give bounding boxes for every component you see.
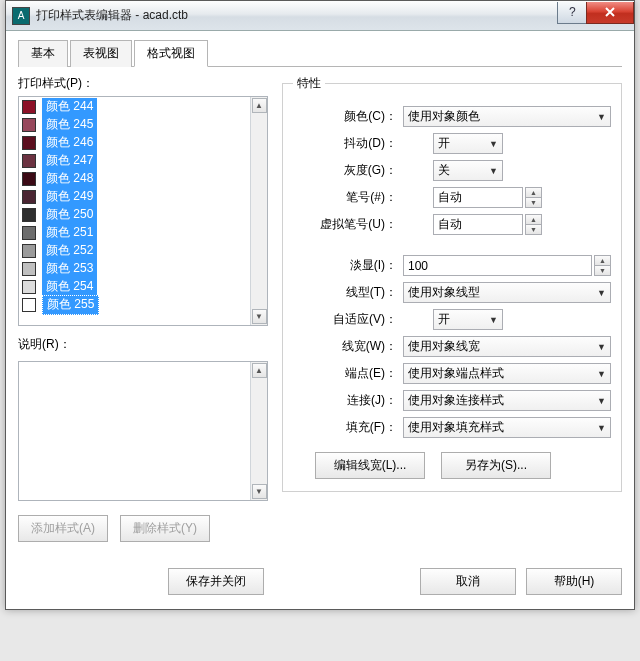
linetype-label: 线型(T)： [293,284,403,301]
color-swatch [22,118,36,132]
chevron-down-icon: ▼ [597,342,606,352]
screen-spinner[interactable]: ▲▼ [594,255,611,276]
desc-scrollbar[interactable]: ▲ ▼ [250,362,267,500]
list-item[interactable]: 颜色 254 [20,278,249,296]
list-item-label: 颜色 255 [42,295,99,315]
tab-form-view[interactable]: 格式视图 [134,40,208,67]
color-swatch [22,154,36,168]
lineweight-select[interactable]: 使用对象线宽▼ [403,336,611,357]
list-item-label: 颜色 253 [42,260,97,278]
properties-group: 特性 颜色(C)： 使用对象颜色 ▼ 抖动(D)： 开▼ [282,75,622,492]
scroll-down-icon[interactable]: ▼ [252,309,267,324]
adaptive-label: 自适应(V)： [293,311,403,328]
linetype-select[interactable]: 使用对象线型▼ [403,282,611,303]
chevron-down-icon: ▼ [597,423,606,433]
screen-input[interactable]: 100 [403,255,592,276]
fillstyle-select[interactable]: 使用对象填充样式▼ [403,417,611,438]
save-as-button[interactable]: 另存为(S)... [441,452,551,479]
list-item-label: 颜色 248 [42,170,97,188]
list-item[interactable]: 颜色 249 [20,188,249,206]
svg-text:?: ? [569,6,576,18]
list-item[interactable]: 颜色 253 [20,260,249,278]
color-swatch [22,298,36,312]
list-item[interactable]: 颜色 246 [20,134,249,152]
scroll-up-icon[interactable]: ▲ [252,363,267,378]
help-titlebar-button[interactable]: ? [557,2,587,24]
list-item[interactable]: 颜色 250 [20,206,249,224]
list-item[interactable]: 颜色 251 [20,224,249,242]
screen-label: 淡显(I)： [293,257,403,274]
fillstyle-label: 填充(F)： [293,419,403,436]
window-title: 打印样式表编辑器 - acad.ctb [36,7,558,24]
joinstyle-select[interactable]: 使用对象连接样式▼ [403,390,611,411]
color-swatch [22,100,36,114]
edit-lineweights-button[interactable]: 编辑线宽(L)... [315,452,425,479]
color-swatch [22,262,36,276]
color-swatch [22,190,36,204]
dither-select[interactable]: 开▼ [433,133,503,154]
grayscale-select[interactable]: 关▼ [433,160,503,181]
plot-styles-label: 打印样式(P)： [18,75,268,92]
pen-input[interactable]: 自动 [433,187,523,208]
plot-styles-list[interactable]: 颜色 244颜色 245颜色 246颜色 247颜色 248颜色 249颜色 2… [18,96,268,326]
close-button[interactable] [586,2,634,24]
color-label: 颜色(C)： [293,108,403,125]
list-item[interactable]: 颜色 247 [20,152,249,170]
cancel-button[interactable]: 取消 [420,568,516,595]
list-item[interactable]: 颜色 252 [20,242,249,260]
color-swatch [22,172,36,186]
adaptive-select[interactable]: 开▼ [433,309,503,330]
chevron-down-icon: ▼ [489,315,498,325]
help-button[interactable]: 帮助(H) [526,568,622,595]
vpen-input[interactable]: 自动 [433,214,523,235]
tab-table-view[interactable]: 表视图 [70,40,132,67]
color-swatch [22,136,36,150]
scroll-up-icon[interactable]: ▲ [252,98,267,113]
app-icon: A [12,7,30,25]
pen-spinner[interactable]: ▲▼ [525,187,542,208]
color-swatch [22,226,36,240]
list-item-label: 颜色 251 [42,224,97,242]
chevron-down-icon: ▼ [597,369,606,379]
description-label: 说明(R)： [18,336,268,353]
list-item-label: 颜色 254 [42,278,97,296]
scroll-down-icon[interactable]: ▼ [252,484,267,499]
chevron-down-icon: ▼ [489,139,498,149]
color-swatch [22,208,36,222]
chevron-down-icon: ▼ [597,288,606,298]
grayscale-label: 灰度(G)： [293,162,403,179]
dialog-window: A 打印样式表编辑器 - acad.ctb ? 基本 表视图 格式视图 打印样式… [5,0,635,610]
chevron-down-icon: ▼ [489,166,498,176]
list-item[interactable]: 颜色 255 [20,296,249,314]
list-item[interactable]: 颜色 245 [20,116,249,134]
joinstyle-label: 连接(J)： [293,392,403,409]
endstyle-select[interactable]: 使用对象端点样式▼ [403,363,611,384]
dialog-footer: 保存并关闭 取消 帮助(H) [6,556,634,609]
list-item-label: 颜色 247 [42,152,97,170]
list-item-label: 颜色 249 [42,188,97,206]
list-item-label: 颜色 245 [42,116,97,134]
list-item-label: 颜色 252 [42,242,97,260]
chevron-down-icon: ▼ [597,396,606,406]
chevron-down-icon: ▼ [597,112,606,122]
list-item-label: 颜色 244 [42,98,97,116]
color-swatch [22,244,36,258]
color-swatch [22,280,36,294]
list-item[interactable]: 颜色 244 [20,98,249,116]
tab-strip: 基本 表视图 格式视图 [18,39,622,67]
save-close-button[interactable]: 保存并关闭 [168,568,264,595]
color-select[interactable]: 使用对象颜色 ▼ [403,106,611,127]
list-scrollbar[interactable]: ▲ ▼ [250,97,267,325]
pen-label: 笔号(#)： [293,189,403,206]
description-textarea[interactable]: ▲ ▼ [18,361,268,501]
lineweight-label: 线宽(W)： [293,338,403,355]
title-bar[interactable]: A 打印样式表编辑器 - acad.ctb ? [6,1,634,31]
list-item[interactable]: 颜色 248 [20,170,249,188]
list-item-label: 颜色 246 [42,134,97,152]
vpen-spinner[interactable]: ▲▼ [525,214,542,235]
vpen-label: 虚拟笔号(U)： [293,216,403,233]
add-style-button[interactable]: 添加样式(A) [18,515,108,542]
tab-general[interactable]: 基本 [18,40,68,67]
delete-style-button[interactable]: 删除样式(Y) [120,515,210,542]
endstyle-label: 端点(E)： [293,365,403,382]
